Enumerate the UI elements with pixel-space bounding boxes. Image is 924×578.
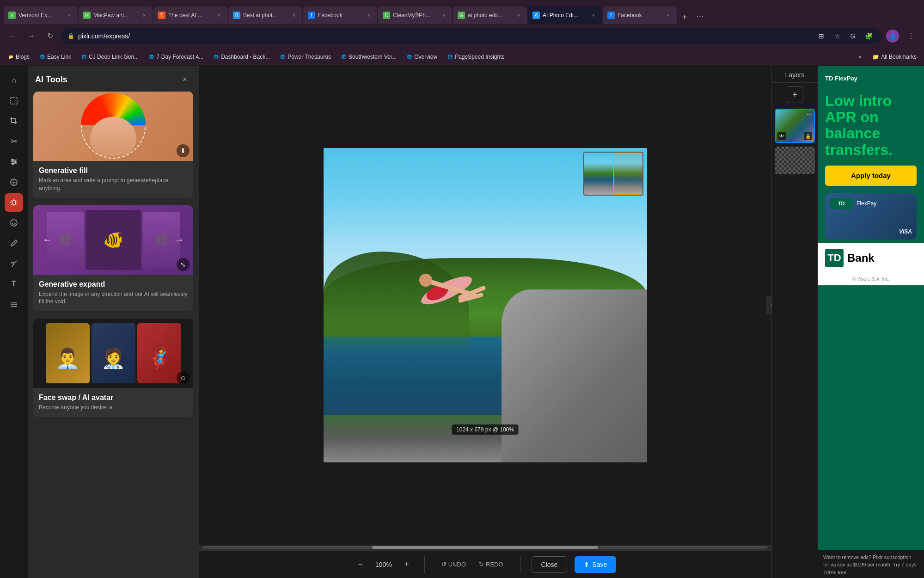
bookmark-dashboard[interactable]: 🌐 Dashboard ‹ Back... [209, 52, 274, 62]
ad-footer-text: © Visa U.S.A. Inc. [823, 277, 918, 282]
adjust-tool-button[interactable] [5, 153, 23, 171]
visa-logo: VISA [899, 228, 912, 235]
svg-point-5 [14, 161, 16, 163]
canvas-scrollbar[interactable] [199, 545, 771, 550]
browser-frame: V Vermont Ex... × M MacPaw arti... × T T… [0, 0, 924, 578]
tab-label: Vermont Ex... [18, 12, 63, 18]
layer-lock-icon[interactable]: 🔒 [804, 132, 812, 140]
generative-fill-corner-icon: ⬇ [177, 144, 190, 157]
bookmark-southwestern[interactable]: 🌐 Southwestern Ver... [337, 52, 400, 62]
tab-favicon: V [8, 12, 16, 19]
google-account-icon[interactable]: G [846, 30, 859, 43]
tab-close[interactable]: × [290, 12, 298, 19]
select-tool-button[interactable] [5, 92, 23, 110]
bookmark-star-button[interactable]: ☆ [831, 30, 844, 43]
crop-tool-button[interactable] [5, 112, 23, 130]
redo-label: REDO [486, 561, 503, 568]
extensions-button[interactable]: 🧩 [862, 30, 875, 43]
tab-overflow-button[interactable]: ⋯ [692, 8, 707, 24]
layer-options-icon[interactable]: ⋯ [807, 111, 812, 118]
collapse-panel-button[interactable]: › [766, 296, 771, 314]
url-actions: ⊞ ☆ G 🧩 [815, 30, 875, 43]
forward-button[interactable]: → [24, 29, 39, 43]
tab-vermont[interactable]: V Vermont Ex... × [4, 6, 78, 24]
cut-tool-button[interactable]: ✂ [5, 132, 23, 151]
panel-close-button[interactable]: × [178, 73, 191, 86]
url-bar[interactable]: 🔒 pixlr.com/express/ ⊞ ☆ G 🧩 [61, 28, 881, 44]
tab-close[interactable]: × [365, 12, 373, 19]
back-button[interactable]: ← [6, 29, 20, 43]
apply-today-button[interactable]: Apply today [825, 166, 917, 186]
generative-fill-image: ⬇ [33, 92, 193, 161]
zoom-out-button[interactable]: − [354, 558, 367, 571]
face-photo-2: 🧑‍⚕️ [92, 323, 135, 383]
home-tool-button[interactable]: ⌂ [5, 71, 23, 90]
brush-tool-button[interactable] [5, 234, 23, 252]
ai-tools-panel: AI Tools × [28, 66, 199, 578]
expand-right-content: 🌿 [154, 234, 168, 246]
scrollbar-thumb[interactable] [372, 546, 598, 549]
svg-point-9 [11, 220, 17, 226]
tab-aiphoto[interactable]: G ai photo edit... × [453, 6, 527, 24]
new-tab-button[interactable]: + [678, 10, 691, 24]
menu-button[interactable]: ⋮ [904, 29, 918, 43]
tab-close[interactable]: × [440, 12, 447, 19]
tab-facebook1[interactable]: f Facebook × [303, 6, 377, 24]
save-button[interactable]: ⬆ Save [575, 556, 616, 573]
ad-footer: © Visa U.S.A. Inc. [818, 273, 924, 285]
zoom-in-button[interactable]: + [400, 558, 413, 571]
diver-illustration [382, 267, 511, 314]
bookmark-thesaurus[interactable]: 🌐 Power Thesaurus [275, 52, 335, 62]
reload-button[interactable]: ↻ [43, 29, 57, 43]
undo-button[interactable]: ↺ UNDO [436, 556, 471, 573]
tab-close[interactable]: × [215, 12, 223, 19]
tab-facebook2[interactable]: f Facebook × [603, 6, 677, 24]
healing-tool-button[interactable] [5, 214, 23, 232]
bookmarks-more-button[interactable]: » [855, 52, 865, 62]
bookmark-forecast[interactable]: 🌐 7-Day Forecast 4... [144, 52, 207, 62]
text-tool-button[interactable]: T [5, 275, 23, 293]
texture-tool-button[interactable] [5, 295, 23, 314]
face-swap-card[interactable]: 👨‍💼 🧑‍⚕️ 🦸 ☺ Face swap / [33, 319, 193, 417]
ai-tool-button[interactable] [5, 193, 23, 212]
save-icon: ⬆ [584, 561, 589, 568]
tab-close[interactable]: × [515, 12, 522, 19]
close-button[interactable]: Close [532, 556, 568, 573]
bookmark-blogs[interactable]: 📁 Blogs [4, 52, 33, 62]
bookmark-pagespeed-label: PageSpeed Insights [455, 54, 504, 60]
bookmark-overview[interactable]: 🌐 Overview [402, 52, 441, 62]
tab-bestai[interactable]: T The best AI ... × [153, 6, 227, 24]
screen-cast-button[interactable]: ⊞ [815, 30, 828, 43]
tab-cleanmy[interactable]: C CleanMy®Ph... × [378, 6, 452, 24]
tab-close[interactable]: × [590, 12, 597, 19]
zoom-level-display[interactable]: 100% [374, 561, 393, 568]
redo-button[interactable]: ↻ REDO [473, 556, 509, 573]
layer-eye-icon[interactable]: 👁 [777, 132, 786, 140]
canvas-image: 1024 x 679 px @ 100% [324, 148, 647, 462]
paint-brush-button[interactable] [5, 254, 23, 273]
td-logo-area: TD FlexPay [825, 75, 917, 82]
bookmark-easylink-label: Easy Link [47, 54, 71, 60]
bookmarks-folder-button[interactable]: 📁 All Bookmarks [869, 52, 920, 62]
add-layer-button[interactable]: + [787, 86, 803, 103]
tab-close[interactable]: × [665, 12, 672, 19]
generative-expand-card[interactable]: 🌿 🐠 🌿 ← → ⤡ [33, 205, 193, 312]
tab-close[interactable]: × [141, 12, 148, 19]
td-d-logo: TD [825, 249, 844, 267]
bookmark-pagespeed[interactable]: 🌐 PageSpeed Insights [443, 52, 508, 62]
tab-aiphoto-edit[interactable]: A AI Photo Edi... × [528, 6, 602, 24]
close-label: Close [541, 561, 558, 568]
tab-bestaiphoto[interactable]: B Best ai phot... × [228, 6, 302, 24]
generative-fill-card[interactable]: ⬇ Generative fill Mark an area and write… [33, 92, 193, 198]
address-bar: ← → ↻ 🔒 pixlr.com/express/ ⊞ ☆ G 🧩 👤 ⋮ [0, 24, 924, 48]
bookmark-easylink[interactable]: 🌐 Easy Link [35, 52, 75, 62]
tab-macpaw[interactable]: M MacPaw arti... × [79, 6, 153, 24]
tab-close[interactable]: × [66, 12, 73, 19]
filter-tool-button[interactable] [5, 173, 23, 191]
layer-item-1[interactable]: ⋯ 👁 🔒 [775, 109, 815, 143]
profile-button[interactable]: 👤 [885, 29, 900, 43]
lock-icon: 🔒 [67, 33, 74, 39]
expand-right-panel: 🌿 [143, 212, 180, 268]
bookmark-cjdeep[interactable]: 🌐 CJ Deep Link Gen... [77, 52, 142, 62]
canvas-container[interactable]: 1024 x 679 px @ 100% › [199, 66, 771, 545]
